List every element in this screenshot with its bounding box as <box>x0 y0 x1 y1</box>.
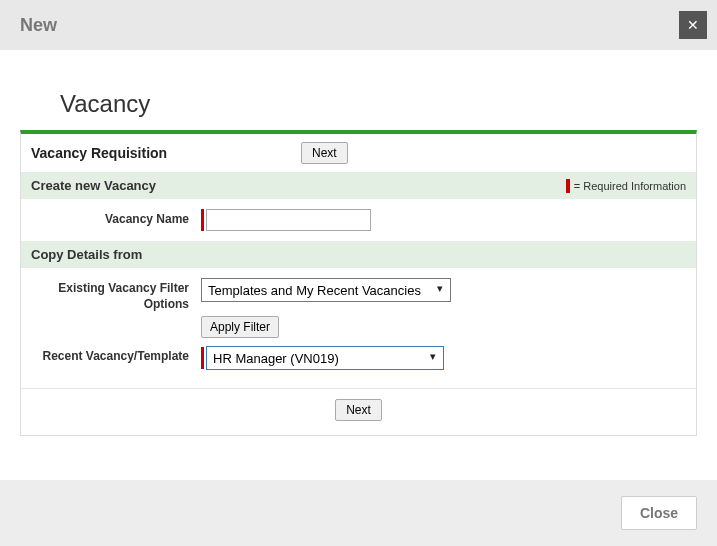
modal-title: New <box>20 15 57 36</box>
existing-filter-select[interactable]: Templates and My Recent Vacancies <box>201 278 451 302</box>
vacancy-panel: Vacancy Requisition Next Create new Vaca… <box>20 130 697 436</box>
next-button-bottom[interactable]: Next <box>335 399 382 421</box>
vacancy-name-row: Vacancy Name <box>21 199 696 241</box>
filter-label: Existing Vacancy Filter Options <box>31 278 201 312</box>
content: Vacancy Vacancy Requisition Next Create … <box>0 50 717 436</box>
apply-filter-button[interactable]: Apply Filter <box>201 316 279 338</box>
apply-row: Apply Filter <box>21 316 696 346</box>
required-legend: = Required Information <box>566 179 686 193</box>
recent-label: Recent Vacancy/Template <box>31 346 201 365</box>
requisition-header: Vacancy Requisition Next <box>21 134 696 172</box>
modal-footer: Close <box>0 480 717 546</box>
filter-row: Existing Vacancy Filter Options Template… <box>21 268 696 316</box>
create-title: Create new Vacancy <box>31 178 156 193</box>
required-legend-text: = Required Information <box>574 180 686 192</box>
recent-row: Recent Vacancy/Template HR Manager (VN01… <box>21 346 696 388</box>
close-button[interactable]: Close <box>621 496 697 530</box>
required-marker-icon <box>201 209 204 231</box>
close-icon[interactable]: ✕ <box>679 11 707 39</box>
required-marker-icon <box>566 179 570 193</box>
vacancy-name-input[interactable] <box>206 209 371 231</box>
vacancy-name-label: Vacancy Name <box>31 209 201 228</box>
required-marker-icon <box>201 347 204 369</box>
copy-title: Copy Details from <box>31 247 142 262</box>
recent-template-select[interactable]: HR Manager (VN019) <box>206 346 444 370</box>
modal-header: New ✕ <box>0 0 717 50</box>
next-button-top[interactable]: Next <box>301 142 348 164</box>
requisition-title: Vacancy Requisition <box>31 145 301 161</box>
bottom-next-row: Next <box>21 388 696 435</box>
copy-subsection-header: Copy Details from <box>21 241 696 268</box>
create-subsection-header: Create new Vacancy = Required Informatio… <box>21 172 696 199</box>
page-title: Vacancy <box>20 70 697 130</box>
